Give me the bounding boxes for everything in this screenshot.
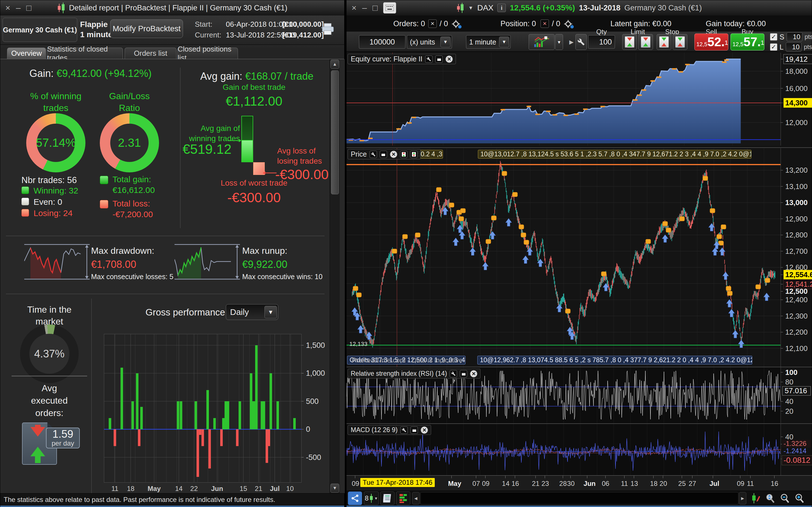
close-icon[interactable]: ✕ bbox=[470, 370, 477, 378]
order-marker[interactable] bbox=[353, 286, 358, 291]
tab-overview[interactable]: Overview bbox=[7, 48, 46, 59]
orders-summary-tag[interactable]: 10@13,012.7 ,8 13,124.5 s 53.6 5 1 ,2.3 … bbox=[478, 150, 751, 159]
order-marker[interactable] bbox=[415, 233, 420, 237]
chart-h-scrollbar[interactable] bbox=[420, 492, 739, 504]
symbol-name[interactable]: DAX bbox=[477, 3, 494, 12]
print-icon[interactable] bbox=[321, 22, 336, 37]
news-button[interactable] bbox=[380, 492, 395, 505]
limit-pts-input[interactable] bbox=[786, 43, 802, 52]
limit-checkbox[interactable]: ✓ bbox=[770, 43, 777, 51]
tab-closed-positions-list[interactable]: Closed positions list bbox=[177, 48, 238, 59]
wrench-icon[interactable] bbox=[400, 427, 408, 434]
buy-order-doc-icon[interactable] bbox=[410, 151, 417, 158]
order-marker[interactable] bbox=[492, 216, 497, 220]
quantity-input[interactable] bbox=[359, 35, 405, 49]
order-marker[interactable] bbox=[437, 187, 442, 192]
sell-stop-button[interactable] bbox=[657, 34, 671, 50]
close-icon[interactable]: ✕ bbox=[446, 55, 453, 63]
equity-curve-chart[interactable]: 19,41218,00016,00014,30012,000 bbox=[347, 53, 812, 147]
collapse-arrow-icon[interactable]: ▶ bbox=[569, 34, 575, 50]
order-marker[interactable] bbox=[459, 217, 464, 221]
report-scrollbar[interactable]: ▲ ▼ bbox=[329, 59, 340, 493]
order-marker[interactable] bbox=[449, 203, 454, 207]
orders-settings-icon[interactable] bbox=[451, 19, 462, 29]
order-marker[interactable] bbox=[524, 240, 529, 244]
buy-stop-button[interactable] bbox=[673, 34, 688, 50]
chevron-down-icon[interactable]: ▼ bbox=[499, 37, 509, 47]
window-icon[interactable] bbox=[410, 427, 418, 434]
panel-separator[interactable] bbox=[347, 147, 812, 148]
order-settings-wrench-button[interactable] bbox=[575, 34, 587, 50]
window-icon[interactable] bbox=[435, 55, 443, 63]
order-marker[interactable] bbox=[392, 249, 397, 253]
timeframe-select[interactable]: 1 minute ▼ bbox=[466, 35, 511, 49]
units-select[interactable]: (x) units ▼ bbox=[407, 35, 452, 49]
order-marker[interactable] bbox=[521, 233, 526, 237]
instrument-box[interactable]: Germany 30 Cash (€1) bbox=[3, 18, 77, 42]
modify-probacktest-button[interactable]: Modify ProBacktest bbox=[110, 19, 183, 38]
order-marker[interactable] bbox=[601, 272, 606, 276]
buy-button[interactable]: 12,557.1 bbox=[730, 34, 764, 50]
orders-tag-right[interactable]: 10@12,962.7 ,8 13,074.5 88.5 6 5 ,2 s 78… bbox=[477, 356, 752, 364]
order-marker[interactable] bbox=[403, 234, 408, 239]
close-icon[interactable]: ✕ bbox=[421, 427, 428, 434]
order-marker[interactable] bbox=[519, 225, 524, 229]
sell-limit-button[interactable] bbox=[622, 34, 637, 50]
order-marker[interactable] bbox=[765, 278, 770, 283]
stop-checkbox[interactable]: ✓ bbox=[770, 33, 777, 41]
wrench-icon[interactable] bbox=[450, 370, 457, 378]
draw-order-button[interactable] bbox=[749, 492, 762, 505]
order-marker[interactable] bbox=[460, 209, 465, 213]
order-marker[interactable] bbox=[679, 217, 684, 221]
scrollbar-thumb[interactable] bbox=[331, 70, 339, 194]
order-marker[interactable] bbox=[663, 221, 668, 226]
chevron-down-icon[interactable]: ▼ bbox=[441, 37, 451, 47]
info-icon[interactable]: i bbox=[497, 4, 506, 12]
symbol-dropdown-icon[interactable]: ▼ bbox=[468, 5, 473, 11]
order-marker[interactable] bbox=[666, 228, 671, 232]
zoom-out-button[interactable] bbox=[778, 492, 792, 505]
close-icon[interactable]: ✕ bbox=[390, 151, 397, 158]
sell-order-doc-icon[interactable] bbox=[400, 151, 407, 158]
order-marker[interactable] bbox=[513, 192, 518, 197]
window-icon[interactable] bbox=[460, 370, 467, 378]
cancel-orders-icon[interactable]: ✕ bbox=[428, 19, 437, 28]
time-axis[interactable]: 09Tue 17-Apr-2018 17:46May07091416212328… bbox=[347, 476, 812, 491]
scroll-up-button[interactable]: ▲ bbox=[331, 60, 339, 69]
order-marker[interactable] bbox=[717, 234, 722, 239]
scroll-left-button[interactable]: ◀ bbox=[412, 492, 419, 504]
timeframe-quick-button[interactable]: 8 ▼ bbox=[364, 492, 378, 505]
order-marker[interactable] bbox=[756, 284, 761, 289]
stop-pts-input[interactable] bbox=[786, 33, 802, 41]
scroll-down-button[interactable]: ▼ bbox=[331, 484, 339, 493]
scroll-right-button[interactable]: ▶ bbox=[739, 492, 746, 504]
order-marker[interactable] bbox=[356, 293, 361, 297]
tab-statistics-of-closed-trades[interactable]: Statistics of closed trades bbox=[47, 48, 123, 59]
gross-period-dropdown[interactable]: Daily ▼ bbox=[226, 304, 278, 320]
wrench-icon[interactable] bbox=[425, 55, 433, 63]
zoom-fit-button[interactable] bbox=[763, 492, 777, 505]
buy-limit-button[interactable] bbox=[638, 34, 653, 50]
order-marker[interactable] bbox=[721, 225, 726, 229]
order-marker[interactable] bbox=[726, 286, 731, 291]
position-settings-icon[interactable] bbox=[564, 19, 574, 29]
price-chart[interactable]: 13,20013,10013,00012,90012,80012,70012,6… bbox=[347, 148, 812, 367]
order-qty-input[interactable] bbox=[588, 35, 615, 49]
zoom-in-button[interactable] bbox=[793, 492, 806, 505]
tab-orders-list[interactable]: Orders list bbox=[124, 48, 176, 59]
close-position-icon[interactable]: ✕ bbox=[541, 19, 549, 28]
chart-style-button[interactable] bbox=[529, 34, 555, 50]
share-button[interactable] bbox=[348, 492, 362, 505]
order-marker[interactable] bbox=[565, 309, 570, 314]
order-marker[interactable] bbox=[646, 239, 651, 244]
gross-performance-chart[interactable]: 1,5001,0005000-5001118May1422Jun1521Jul1… bbox=[102, 332, 331, 492]
order-marker[interactable] bbox=[502, 171, 507, 176]
chart-style-dropdown-icon[interactable]: ▼ bbox=[555, 34, 563, 50]
order-marker[interactable] bbox=[486, 239, 491, 244]
order-marker[interactable] bbox=[710, 209, 715, 213]
chevron-down-icon[interactable]: ▼ bbox=[264, 306, 277, 318]
sell-button[interactable]: 12,552.1 bbox=[695, 34, 728, 50]
heatmap-button[interactable] bbox=[396, 492, 410, 505]
window-icon[interactable] bbox=[380, 151, 387, 158]
order-marker[interactable] bbox=[727, 291, 732, 295]
